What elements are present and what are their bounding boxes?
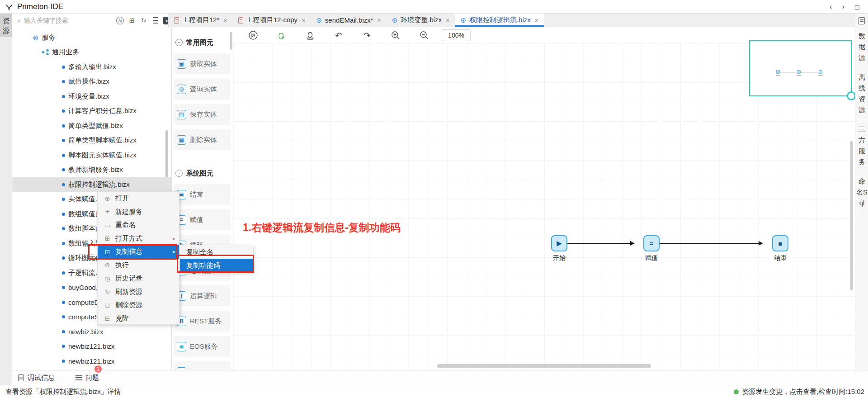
- editor-tab[interactable]: 环境变量.bizx ×: [387, 14, 455, 27]
- palette-row[interactable]: ƒ 运算逻辑: [174, 285, 231, 306]
- tree-item[interactable]: ▾ 简单类型赋值.bizx: [12, 118, 172, 133]
- status-resource-detail[interactable]: 查看资源「权限控制逻辑流.bizx」详情: [5, 388, 121, 396]
- context-menu-item[interactable]: 重命名 ▸: [98, 218, 179, 232]
- palette-row[interactable]: ▦ 删除实体: [174, 129, 231, 150]
- context-menu-item[interactable]: 历史记录 ▸: [98, 272, 179, 285]
- palette-row[interactable]: R REST服务: [174, 311, 231, 332]
- palette-item-label: 删除实体: [190, 136, 217, 144]
- debug-config-icon[interactable]: [305, 30, 316, 41]
- palette-row[interactable]: 常用图元: [172, 33, 233, 52]
- zoom-in-icon[interactable]: [390, 30, 401, 41]
- tree-item[interactable]: ▾ 简单类型脚本赋值.bizx: [12, 133, 172, 148]
- file-type-icon: [316, 16, 322, 24]
- flow-node-assign[interactable]: = 赋值: [636, 235, 667, 262]
- flow-node-end[interactable]: ■ 结束: [764, 235, 796, 262]
- palette-row[interactable]: ▣ 结束: [174, 184, 231, 205]
- context-menu-item[interactable]: 打开方式 ▸: [98, 232, 179, 246]
- editor-tab[interactable]: 权限控制逻辑流.bizx ×: [455, 14, 544, 27]
- debug-icon[interactable]: [276, 30, 287, 41]
- sort-filter-icon[interactable]: [151, 17, 159, 24]
- tree-item[interactable]: ▾ 多输入输出.bizx: [12, 60, 172, 75]
- ai-icon[interactable]: AI: [116, 17, 124, 24]
- palette-scrollbar[interactable]: [230, 32, 232, 50]
- tree-item[interactable]: ▾ newbiz.bizx: [12, 324, 172, 339]
- collapse-icon[interactable]: [175, 39, 183, 46]
- menu-item-icon: [104, 275, 111, 282]
- status-resource-change[interactable]: 资源发生变更，点击查看,检查时间:15:02: [734, 388, 864, 396]
- tree-item[interactable]: ▾ newbiz121.bizx: [12, 339, 172, 354]
- search-input[interactable]: [24, 17, 92, 24]
- tree-item[interactable]: ▾ 服务: [12, 30, 172, 45]
- palette-row[interactable]: 系统图元: [172, 164, 233, 182]
- context-menu-item[interactable]: 克隆 ▸: [98, 312, 179, 326]
- context-menu-item[interactable]: 新建服务 ▸: [98, 205, 179, 219]
- nav-back-icon[interactable]: ‹: [830, 3, 832, 11]
- close-icon[interactable]: ×: [535, 17, 538, 24]
- canvas-horizontal-scrollbar[interactable]: [437, 364, 651, 368]
- close-icon[interactable]: ×: [446, 17, 449, 24]
- collapse-icon[interactable]: [175, 170, 183, 177]
- right-panel-tab[interactable]: 离线资源: [855, 68, 868, 120]
- palette-row[interactable]: ▣: [174, 361, 231, 370]
- context-menu-item[interactable]: 打开 ▸: [98, 192, 179, 205]
- refresh-icon[interactable]: ↻: [140, 17, 147, 24]
- palette-item-label: 常用图元: [186, 38, 213, 47]
- context-menu-item[interactable]: 刷新资源 ▸: [98, 285, 179, 299]
- palette-row[interactable]: ◎ 查询实体: [174, 79, 231, 100]
- tree-item[interactable]: ▾ 教师新增服务.bizx: [12, 163, 172, 178]
- search-icon: ⌕: [18, 17, 21, 24]
- palette-item-label: 获取实体: [190, 60, 217, 68]
- palette-row[interactable]: = 赋值: [174, 209, 231, 230]
- palette-item-label: 运算逻辑: [190, 292, 217, 300]
- tree-item[interactable]: ▾ 权限控制逻辑流.bizx: [12, 177, 172, 192]
- tree-scrollbar[interactable]: [165, 130, 168, 177]
- zoom-out-icon[interactable]: [419, 30, 429, 41]
- undo-icon[interactable]: ↶: [333, 30, 344, 41]
- execute-icon[interactable]: [248, 30, 259, 41]
- flow-canvas[interactable]: ↶ ↷ 100% 1.右键逻辑流复制信息-复制功能码 ▶ 开始 = 赋值 ■ 结…: [233, 27, 855, 370]
- right-panel-tab[interactable]: 三方服务: [855, 120, 868, 172]
- panel-list-icon[interactable]: [859, 17, 865, 24]
- context-menu-item[interactable]: 复制信息 ▸: [98, 245, 179, 259]
- tree-item[interactable]: ▾ 环境变量.bizx: [12, 89, 172, 104]
- editor-tab[interactable]: 工程项目12* ×: [169, 14, 233, 27]
- zoom-level-select[interactable]: 100%: [442, 29, 471, 41]
- menu-item-icon: [104, 288, 111, 295]
- tree-item[interactable]: ▾ 赋值操作.bizx: [12, 75, 172, 90]
- editor-tab-bar: 工程项目12* × 工程项目12-copy × sendEMail.bizx* …: [168, 14, 855, 27]
- flow-node-start[interactable]: ▶ 开始: [543, 235, 575, 262]
- right-panel-tab[interactable]: 命名Sql: [855, 172, 868, 213]
- canvas-vertical-scrollbar[interactable]: [850, 141, 853, 290]
- editor-tab[interactable]: 工程项目12-copy ×: [233, 14, 311, 27]
- context-menu-item[interactable]: 执行 ▸: [98, 259, 179, 272]
- redo-icon[interactable]: ↷: [362, 30, 373, 41]
- editor-tab[interactable]: sendEMail.bizx* ×: [311, 14, 386, 27]
- menu-item-label: 执行: [115, 261, 129, 270]
- submenu-item[interactable]: 复制全名: [180, 245, 253, 259]
- close-icon[interactable]: ×: [377, 17, 381, 24]
- annotation-text: 1.右键逻辑流复制信息-复制功能码: [243, 221, 401, 235]
- submenu-item[interactable]: 复制功能码: [180, 259, 253, 272]
- minimap-resize-handle[interactable]: [847, 91, 855, 100]
- new-box-icon[interactable]: ⊞: [128, 17, 136, 24]
- stop-icon: ■: [778, 240, 782, 247]
- tree-item[interactable]: ▾ 脚本图元实体赋值.bizx: [12, 148, 172, 163]
- tab-problems[interactable]: 问题: [75, 374, 99, 382]
- close-icon[interactable]: ×: [224, 17, 227, 24]
- maximize-icon[interactable]: ▢: [854, 4, 860, 10]
- right-panel-tab[interactable]: 数据源: [855, 27, 868, 68]
- tree-item[interactable]: ▾ 计算客户积分信息.bizx: [12, 104, 172, 119]
- tab-debug-info[interactable]: 调试信息: [18, 374, 55, 382]
- sidebar-tab-resources[interactable]: 资源: [0, 14, 12, 37]
- close-icon[interactable]: ×: [302, 17, 305, 24]
- nav-forward-icon[interactable]: ›: [842, 3, 844, 11]
- palette-row[interactable]: ▣ 获取实体: [174, 53, 231, 74]
- tree-item-label: 脚本图元实体赋值.bizx: [68, 151, 137, 160]
- tree-item-label: 教师新增服务.bizx: [68, 166, 123, 174]
- palette-row[interactable]: ◉ EOS服务: [174, 336, 231, 357]
- tree-item[interactable]: ▾ 通用业务: [12, 45, 172, 60]
- context-menu-item[interactable]: 删除资源 ▸: [98, 298, 179, 312]
- minimap[interactable]: [749, 40, 852, 96]
- tree-item[interactable]: ▾ newbiz121.bizx: [12, 354, 172, 369]
- palette-row[interactable]: ▤ 保存实体: [174, 104, 231, 125]
